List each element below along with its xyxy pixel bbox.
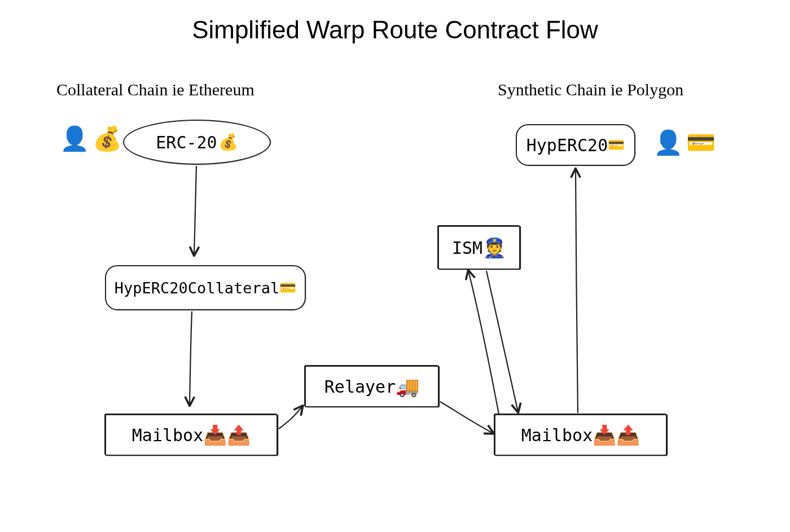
credit-card-icon: 💳 (608, 138, 625, 152)
mailbox-right-node: Mailbox 📥 📤 (494, 414, 667, 456)
credit-card-icon: 💳 (686, 131, 716, 155)
synthetic-chain-label: Synthetic Chain ie Polygon (498, 80, 683, 99)
mailbox-right-label: Mailbox (521, 425, 592, 445)
truck-icon: 🚚 (396, 377, 419, 396)
relayer-node: Relayer 🚚 (305, 366, 439, 407)
user-collateral-icons: 👤 💰 (60, 127, 122, 151)
diagram-canvas: { "title": "Simplified Warp Route Contra… (0, 0, 790, 532)
user-synthetic-icons: 👤 💳 (653, 131, 716, 155)
relayer-label: Relayer (324, 377, 396, 397)
user-icon: 👤 (60, 127, 89, 151)
money-bag-icon: 💰 (218, 134, 238, 150)
diagram-title: Simplified Warp Route Contract Flow (0, 16, 790, 44)
inbox-icon: 📥 (203, 425, 227, 445)
ism-node: ISM 👮 (438, 226, 520, 270)
hyp-erc20-node: HypERC20 💳 (516, 124, 635, 166)
money-bag-icon: 💰 (93, 127, 122, 151)
outbox-icon: 📤 (616, 425, 640, 445)
user-icon: 👤 (653, 131, 683, 155)
collateral-chain-label: Collateral Chain ie Ethereum (56, 80, 254, 99)
hyp-collateral-node: HypERC20Collateral 💳 (105, 265, 306, 310)
mailbox-left-label: Mailbox (132, 425, 203, 445)
hyp-collateral-label: HypERC20Collateral (115, 279, 280, 297)
erc20-node: ERC-20 💰 (123, 120, 271, 165)
police-icon: 👮 (482, 238, 506, 257)
ism-label: ISM (452, 238, 482, 258)
outbox-icon: 📤 (227, 425, 251, 445)
erc20-label: ERC-20 (156, 133, 217, 152)
credit-card-icon: 💳 (279, 281, 296, 294)
mailbox-left-node: Mailbox 📥 📤 (105, 414, 278, 456)
inbox-icon: 📥 (592, 425, 616, 445)
hyp-erc20-label: HypERC20 (526, 135, 608, 155)
